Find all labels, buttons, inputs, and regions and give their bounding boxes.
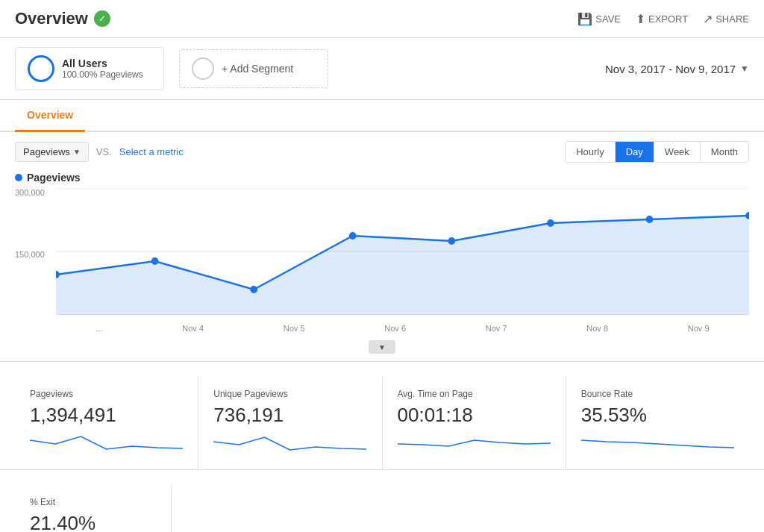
time-buttons-group: Hourly Day Week Month: [565, 141, 749, 163]
stat-pageviews-chart: [30, 433, 183, 455]
x-label-4: Nov 7: [486, 324, 507, 333]
header-left: Overview ✓: [15, 9, 110, 28]
stat-exit-label: % Exit: [30, 497, 156, 507]
tab-overview[interactable]: Overview: [15, 100, 85, 132]
time-btn-day[interactable]: Day: [616, 142, 654, 162]
chart-svg: [56, 188, 749, 315]
export-button[interactable]: ⬆ EXPORT: [636, 12, 688, 26]
export-label: EXPORT: [648, 13, 688, 25]
share-label: SHARE: [716, 13, 749, 25]
stat-bounce-rate-chart: [581, 433, 734, 455]
tab-overview-label: Overview: [27, 109, 73, 121]
stat-unique-pageviews-label: Unique Pageviews: [213, 389, 366, 399]
header-actions: 💾 SAVE ⬆ EXPORT ↗ SHARE: [577, 12, 749, 26]
bottom-stats-section: % Exit 21.40%: [0, 469, 764, 532]
stat-card-bounce-rate: Bounce Rate 35.53%: [566, 377, 749, 469]
chart-y-labels: 300,000 150,000: [15, 188, 60, 315]
y-label-mid: 150,000: [15, 250, 60, 259]
segment-name: All Users: [62, 57, 143, 69]
chart-metric-label: Pageviews: [27, 172, 81, 184]
stat-unique-pageviews-chart: [213, 433, 366, 455]
stat-card-unique-pageviews: Unique Pageviews 736,191: [198, 377, 382, 469]
svg-point-6: [250, 286, 257, 293]
time-btn-month[interactable]: Month: [701, 142, 748, 162]
vs-label: VS.: [96, 146, 112, 157]
stat-card-exit: % Exit 21.40%: [15, 485, 172, 532]
date-range-label: Nov 3, 2017 - Nov 9, 2017: [605, 63, 736, 75]
x-label-1: Nov 4: [182, 324, 204, 333]
verified-icon: ✓: [94, 10, 110, 27]
stat-avg-time-chart: [398, 433, 551, 455]
add-segment-button[interactable]: + Add Segment: [179, 49, 328, 88]
header: Overview ✓ 💾 SAVE ⬆ EXPORT ↗ SHARE: [0, 0, 764, 38]
metric-dropdown[interactable]: Pageviews ▼: [15, 142, 89, 162]
metric-selector: Pageviews ▼ VS. Select a metric: [15, 142, 184, 162]
all-users-segment[interactable]: All Users 100.00% Pageviews: [15, 47, 164, 90]
segment-bar: All Users 100.00% Pageviews + Add Segmen…: [0, 38, 764, 100]
x-label-0: ...: [96, 324, 102, 333]
select-metric-button[interactable]: Select a metric: [119, 146, 184, 157]
date-range-selector[interactable]: Nov 3, 2017 - Nov 9, 2017 ▼: [605, 63, 749, 75]
export-icon: ⬆: [636, 12, 645, 26]
y-label-top: 300,000: [15, 188, 60, 197]
time-btn-hourly[interactable]: Hourly: [566, 142, 616, 162]
chart-dot-icon: [15, 174, 22, 181]
stat-card-avg-time: Avg. Time on Page 00:01:18: [383, 377, 566, 469]
save-icon: 💾: [577, 12, 592, 26]
x-label-6: Nov 9: [688, 324, 710, 333]
svg-point-8: [448, 237, 455, 245]
page-title: Overview: [15, 9, 88, 28]
stat-pageviews-value: 1,394,491: [30, 404, 183, 427]
add-segment-circle-icon: [192, 57, 214, 80]
chart-collapse-button[interactable]: ▼: [369, 340, 395, 354]
segment-info: All Users 100.00% Pageviews: [62, 57, 143, 80]
stat-bounce-rate-label: Bounce Rate: [581, 389, 734, 399]
date-range-arrow-icon: ▼: [740, 63, 749, 74]
svg-point-5: [151, 257, 159, 265]
save-button[interactable]: 💾 SAVE: [577, 12, 621, 26]
stats-section: Pageviews 1,394,491 Unique Pageviews 736…: [0, 361, 764, 469]
svg-point-10: [646, 216, 654, 223]
stat-card-pageviews: Pageviews 1,394,491: [15, 377, 198, 469]
add-segment-label: + Add Segment: [222, 63, 293, 75]
stat-avg-time-label: Avg. Time on Page: [398, 389, 551, 399]
chart-section: Pageviews 300,000 150,000: [0, 172, 764, 361]
stat-exit-value: 21.40%: [30, 512, 156, 532]
metric-dropdown-label: Pageviews: [23, 146, 70, 157]
chart-area[interactable]: [56, 188, 749, 315]
share-icon: ↗: [703, 12, 713, 26]
svg-point-7: [349, 232, 357, 240]
chart-label: Pageviews: [15, 172, 749, 184]
x-label-3: Nov 6: [384, 324, 406, 333]
svg-point-9: [547, 219, 554, 227]
stat-pageviews-label: Pageviews: [30, 389, 183, 399]
controls-bar: Pageviews ▼ VS. Select a metric Hourly D…: [0, 132, 764, 172]
chart-x-labels: ... Nov 4 Nov 5 Nov 6 Nov 7 Nov 8 Nov 9: [56, 319, 749, 337]
chart-container: 300,000 150,000: [15, 188, 749, 337]
share-button[interactable]: ↗ SHARE: [703, 12, 749, 26]
stat-unique-pageviews-value: 736,191: [213, 404, 366, 427]
stat-avg-time-value: 00:01:18: [398, 404, 551, 427]
stat-bounce-rate-value: 35.53%: [581, 404, 734, 427]
segment-sub: 100.00% Pageviews: [62, 69, 143, 80]
x-label-5: Nov 8: [586, 324, 608, 333]
metric-dropdown-arrow-icon: ▼: [73, 148, 81, 156]
time-btn-week[interactable]: Week: [654, 142, 701, 162]
x-label-2: Nov 5: [284, 324, 305, 333]
segment-circle-icon: [28, 55, 54, 82]
tab-bar: Overview: [0, 100, 764, 132]
save-label: SAVE: [595, 13, 621, 25]
svg-marker-3: [56, 216, 749, 315]
